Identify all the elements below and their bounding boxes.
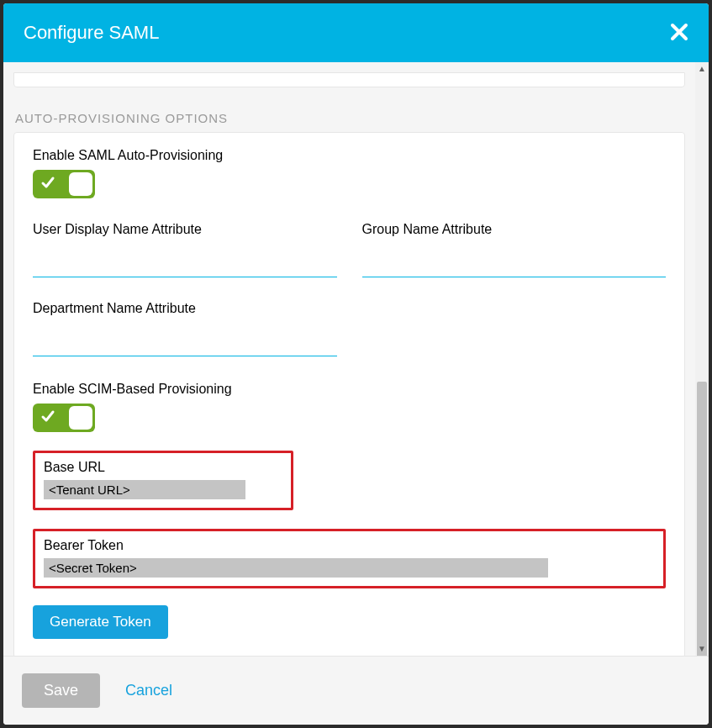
modal-body: AUTO-PROVISIONING OPTIONS Enable SAML Au… [3,62,695,656]
enable-saml-label: Enable SAML Auto-Provisioning [33,148,666,163]
toggle-knob [69,406,92,430]
enable-scim-toggle[interactable] [33,404,95,432]
modal-header: Configure SAML [3,3,709,62]
generate-token-button[interactable]: Generate Token [33,605,168,639]
modal-title: Configure SAML [24,22,159,44]
save-button[interactable]: Save [22,673,100,708]
department-name-label: Department Name Attribute [33,301,337,316]
scroll-down-icon[interactable]: ▼ [695,642,709,656]
group-name-input[interactable] [362,249,667,277]
close-icon[interactable] [670,20,688,45]
modal-footer: Save Cancel [3,656,709,725]
section-title: AUTO-PROVISIONING OPTIONS [13,111,685,125]
configure-saml-modal: Configure SAML AUTO-PROVISIONING OPTIONS… [3,3,709,725]
enable-saml-toggle[interactable] [33,170,95,198]
bearer-token-value[interactable]: <Secret Token> [44,558,548,578]
bearer-token-highlight: Bearer Token <Secret Token> [33,529,666,588]
scrollbar[interactable]: ▲ ▼ [695,62,709,656]
toggle-knob [69,172,92,196]
user-display-name-input[interactable] [33,249,337,277]
base-url-highlight: Base URL <Tenant URL> [33,451,293,510]
cancel-button[interactable]: Cancel [125,682,172,699]
group-name-label: Group Name Attribute [362,222,667,237]
check-icon [35,175,61,194]
department-name-input[interactable] [33,328,337,356]
base-url-value[interactable]: <Tenant URL> [44,480,245,499]
previous-panel-stub [13,72,685,87]
check-icon [35,409,61,428]
user-display-name-label: User Display Name Attribute [33,222,337,237]
scroll-up-icon[interactable]: ▲ [695,62,709,76]
enable-scim-label: Enable SCIM-Based Provisioning [33,382,666,397]
scroll-thumb[interactable] [697,382,707,656]
bearer-token-label: Bearer Token [44,538,655,553]
base-url-label: Base URL [44,460,282,475]
auto-provisioning-panel: Enable SAML Auto-Provisioning User Displ… [13,132,685,656]
